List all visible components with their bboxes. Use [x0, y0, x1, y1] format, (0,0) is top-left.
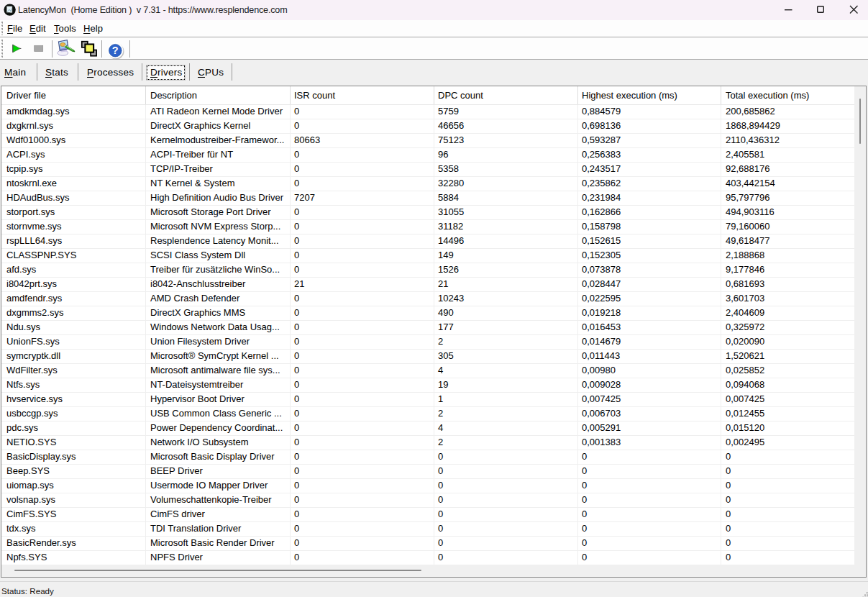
svg-text:?: ?: [112, 45, 119, 56]
